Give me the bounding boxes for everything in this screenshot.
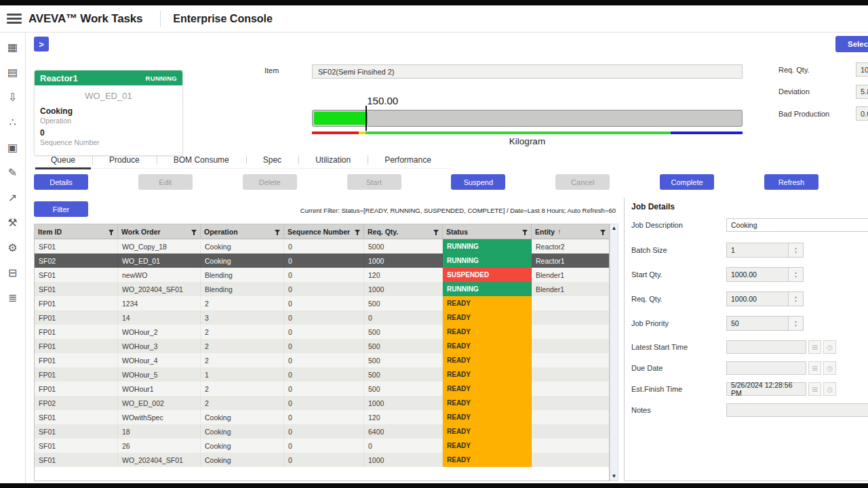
tab-spec[interactable]: Spec <box>246 151 298 168</box>
cell-operation: Blending <box>201 268 284 282</box>
due-date-input[interactable] <box>726 361 806 375</box>
table-row[interactable]: SF01WO_Copy_18Cooking05000RUNNINGReactor… <box>35 239 609 253</box>
filter-icon[interactable] <box>433 230 439 233</box>
tab-produce[interactable]: Produce <box>92 151 157 168</box>
tab-utilization[interactable]: Utilization <box>298 151 368 168</box>
filter-icon[interactable] <box>522 230 528 233</box>
tab-queue[interactable]: Queue <box>34 151 92 168</box>
suspend-button[interactable]: Suspend <box>451 174 505 190</box>
start-qty-input[interactable]: 1000.00 <box>726 267 789 282</box>
cell-req_qty: 500 <box>364 353 443 367</box>
table-row[interactable]: SF01WOwithSpecCooking0120READY <box>35 410 609 424</box>
clock-icon[interactable]: ◷ <box>823 361 836 375</box>
scroll-down-icon[interactable]: ▼ <box>612 473 617 480</box>
table-row[interactable]: SF01newWOBlending0120SUSPENDEDBlender1 <box>35 268 609 282</box>
spinner-down-icon[interactable]: ▼ <box>794 323 797 327</box>
cell-req_qty: 500 <box>364 296 443 310</box>
tab-bom-consume[interactable]: BOM Consume <box>157 151 246 168</box>
clock-icon[interactable]: ◷ <box>823 340 836 354</box>
bad-production-input[interactable]: 0.0 <box>856 106 868 121</box>
dashboard-icon[interactable]: ▦ <box>7 41 18 54</box>
badge-icon[interactable]: ▣ <box>7 141 18 155</box>
column-header-sequence-number[interactable]: Sequence Number <box>284 224 364 239</box>
req-qty-input[interactable]: 10 <box>856 62 868 77</box>
table-row[interactable]: SF01WO_202404_SF01Cooking01000READY <box>35 453 609 467</box>
table-row[interactable]: SF0118Cooking06400READY <box>35 424 609 439</box>
calendar-icon[interactable]: ⊞ <box>808 361 821 375</box>
hierarchy-icon[interactable]: ∴ <box>9 116 16 129</box>
filter-icon[interactable] <box>275 230 280 233</box>
table-row[interactable]: FP02WO_ED_002201000READY <box>35 396 609 410</box>
cell-operation: Cooking <box>201 239 284 253</box>
spinner-control[interactable]: ▲▼ <box>789 316 804 331</box>
reactor-card[interactable]: Reactor1 RUNNING WO_ED_01 Cooking Operat… <box>34 70 183 156</box>
filter-icon[interactable] <box>355 230 360 233</box>
filter-button[interactable]: Filter <box>34 201 88 217</box>
table-row[interactable]: SF0126Cooking00READY <box>35 439 609 453</box>
job-description-input[interactable]: Cooking <box>726 218 868 232</box>
cell-status: READY <box>443 396 532 410</box>
list-icon[interactable]: ≣ <box>8 291 17 305</box>
tab-performance[interactable]: Performance <box>368 151 448 168</box>
spinner-control[interactable]: ▲▼ <box>789 291 804 306</box>
job-priority-input[interactable]: 50 <box>726 316 789 331</box>
main-content: > Reactor1 RUNNING WO_ED_01 Cooking Oper… <box>26 33 868 483</box>
cell-req_qty: 500 <box>364 339 443 353</box>
table-row[interactable]: SF02WO_ED_01Cooking01000RUNNINGReactor1 <box>35 253 609 268</box>
table-row[interactable]: FP0114300READY <box>35 310 609 325</box>
calendar-icon[interactable]: ⊞ <box>808 340 821 354</box>
archive-icon[interactable]: ⊟ <box>8 266 17 280</box>
table-row[interactable]: FP01WOHour_320500READY <box>35 339 609 353</box>
column-header-operation[interactable]: Operation <box>201 224 284 239</box>
job-description-label: Job Description <box>631 221 726 229</box>
table-row[interactable]: FP01123420500READY <box>35 296 609 310</box>
import-icon[interactable]: ⇩ <box>8 91 17 104</box>
filter-icon[interactable] <box>108 230 114 233</box>
table-row[interactable]: FP01WOHour_220500READY <box>35 325 609 339</box>
select-button[interactable]: Select <box>835 36 868 52</box>
cell-entity <box>532 339 610 353</box>
filter-icon[interactable] <box>600 230 606 233</box>
column-header-work-order[interactable]: Work Order <box>118 224 201 239</box>
clock-icon[interactable]: ◷ <box>823 382 836 396</box>
spinner-control[interactable]: ▲▼ <box>789 243 804 258</box>
batch-size-input[interactable]: 1 <box>726 243 789 258</box>
scroll-up-icon[interactable]: ▲ <box>612 225 617 232</box>
complete-button[interactable]: Complete <box>660 174 714 190</box>
notes-input[interactable] <box>726 403 868 417</box>
tools-icon[interactable]: ⚒ <box>7 216 17 230</box>
filter-icon[interactable] <box>191 230 197 233</box>
table-row[interactable]: SF01WO_202404_SF01Blending01000RUNNINGBl… <box>35 282 609 296</box>
cell-item_id: SF01 <box>35 453 118 467</box>
column-header-status[interactable]: Status <box>443 224 532 239</box>
table-scrollbar[interactable]: ▲ ▼ <box>610 224 618 481</box>
latest-start-time-input[interactable] <box>726 340 806 354</box>
cell-entity: Reactor1 <box>532 253 610 268</box>
req-qty-input[interactable]: 1000.00 <box>726 291 789 306</box>
table-row[interactable]: FP01WOHour120500READY <box>35 382 609 396</box>
settings-icon[interactable]: ⚙ <box>7 241 17 255</box>
column-header-req-qty[interactable]: Req. Qty. <box>364 224 443 239</box>
cell-sequence: 0 <box>284 239 364 253</box>
column-header-entity[interactable]: Entity↑ <box>532 224 610 239</box>
table-row[interactable]: FP01WOHour_510500READY <box>35 367 609 382</box>
details-button[interactable]: Details <box>34 174 88 190</box>
calendar-icon[interactable]: ⊞ <box>808 382 821 396</box>
spinner-down-icon[interactable]: ▼ <box>794 299 797 303</box>
document-edit-icon[interactable]: ✎ <box>8 166 17 180</box>
column-header-item-id[interactable]: Item ID <box>35 224 118 239</box>
item-input[interactable]: SF02(Semi Finsihed 2) <box>312 64 743 79</box>
refresh-button[interactable]: Refresh <box>764 174 818 190</box>
trend-icon[interactable]: ↗ <box>8 191 17 205</box>
folder-icon[interactable]: ▤ <box>7 66 18 79</box>
deviation-input[interactable]: 5.8 <box>856 85 868 99</box>
expand-panel-button[interactable]: > <box>34 37 49 52</box>
menu-icon[interactable] <box>7 12 22 26</box>
cell-entity <box>532 367 610 382</box>
spinner-down-icon[interactable]: ▼ <box>794 274 797 279</box>
spinner-control[interactable]: ▲▼ <box>789 267 804 282</box>
spinner-down-icon[interactable]: ▼ <box>794 250 797 254</box>
cell-item_id: SF01 <box>35 439 118 453</box>
est-finish-time-input[interactable]: 5/26/2024 12:28:56 PM <box>726 382 806 396</box>
table-row[interactable]: FP01WOHour_420500READY <box>35 353 609 367</box>
